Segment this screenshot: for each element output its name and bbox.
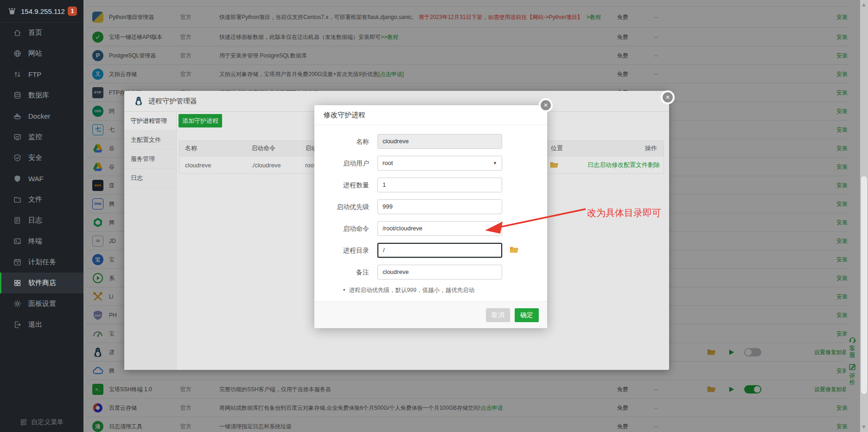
field-row-启动用户: 启动用户root▼ — [314, 156, 547, 171]
logs-icon — [13, 216, 21, 224]
daemon-action-删除[interactable]: 删除 — [648, 161, 660, 168]
dialog-close-button[interactable]: ✕ — [661, 90, 675, 104]
field-label: 备注 — [314, 265, 369, 280]
sidebar-item-日志[interactable]: 日志 — [0, 210, 83, 231]
daemon-action-启动[interactable]: 启动 — [600, 161, 612, 168]
bullet: • — [343, 287, 345, 293]
col-command: 启动命令 — [251, 144, 275, 152]
field-input-备注[interactable]: cloudreve — [377, 265, 502, 280]
ftp-icon — [13, 70, 21, 78]
field-row-进程数量: 进程数量1 — [314, 178, 547, 192]
field-input-启动命令[interactable]: /root/cloudreve — [377, 221, 502, 236]
confirm-button[interactable]: 确定 — [515, 308, 539, 322]
sidebar-item-安全[interactable]: 安全 — [0, 147, 83, 168]
logout-icon — [13, 321, 21, 329]
sidebar-item-数据库[interactable]: 数据库 — [0, 85, 83, 106]
sidebar-item-FTP[interactable]: FTP — [0, 64, 83, 85]
daemon-action-日志[interactable]: 日志 — [587, 161, 600, 168]
field-row-备注: 备注cloudreve — [314, 265, 547, 280]
field-label: 名称 — [314, 134, 369, 149]
sidebar-item-label: 网站 — [28, 49, 42, 58]
field-label: 进程目录 — [314, 243, 369, 258]
manager-tab-主配置文件[interactable]: 主配置文件 — [124, 131, 176, 150]
field-row-启动优先级: 启动优先级999 — [314, 199, 547, 214]
sidebar-item-WAF[interactable]: WAF — [0, 168, 83, 189]
field-label: 启动用户 — [314, 156, 369, 171]
field-input-进程目录[interactable]: / — [377, 243, 502, 258]
field-input-启动用户[interactable]: root▼ — [377, 156, 502, 171]
sidebar-item-label: FTP — [28, 70, 41, 78]
sidebar-item-首页[interactable]: 首页 — [0, 22, 83, 43]
priority-note: •进程启动优先级，默认999，值越小，越优先启动 — [343, 286, 547, 294]
sidebar-item-label: WAF — [28, 175, 44, 183]
field-label: 启动命令 — [314, 221, 369, 236]
sidebar-item-计划任务[interactable]: 计划任务 — [0, 252, 83, 273]
folder-icon[interactable] — [550, 161, 558, 168]
field-input-名称[interactable]: cloudreve — [377, 134, 502, 149]
sidebar-item-退出[interactable]: 退出 — [0, 314, 83, 335]
edit-modal-title: 修改守护进程 — [314, 105, 547, 125]
sidebar-item-终端[interactable]: 终端 — [0, 231, 83, 252]
field-input-进程数量[interactable]: 1 — [377, 178, 502, 192]
sidebar-item-label: 退出 — [28, 320, 42, 329]
sidebar-item-文件[interactable]: 文件 — [0, 189, 83, 210]
daemon-name: cloudreve — [185, 161, 211, 168]
chevron-down-icon: ▼ — [493, 156, 497, 170]
home-icon — [13, 29, 21, 37]
sidebar-item-label: 日志 — [28, 216, 42, 225]
field-label: 启动优先级 — [314, 199, 369, 214]
col-position: 位置 — [551, 144, 563, 152]
scroll-up-arrow[interactable] — [862, 3, 866, 6]
docker-icon — [13, 112, 21, 120]
modal-close-button[interactable]: ✕ — [539, 98, 553, 112]
notification-badge[interactable]: 1 — [68, 6, 77, 16]
sidebar-item-label: 计划任务 — [28, 258, 56, 267]
website-icon — [13, 50, 21, 57]
sidebar-item-label: 终端 — [28, 237, 42, 246]
custom-menu-icon — [20, 419, 27, 426]
manager-tab-日志[interactable]: 日志 — [124, 169, 176, 188]
security-icon — [13, 154, 21, 162]
sidebar-item-label: 数据库 — [28, 91, 49, 100]
field-row-启动命令: 启动命令/root/cloudreve — [314, 221, 547, 236]
browse-folder-button[interactable] — [510, 246, 518, 254]
scrollbar-thumb[interactable] — [861, 176, 867, 394]
daemon-command: ./cloudreve — [251, 161, 281, 168]
add-daemon-button[interactable]: 添加守护进程 — [179, 114, 222, 127]
sidebar-item-label: 监控 — [28, 133, 42, 141]
files-icon — [13, 196, 21, 203]
manager-tab-守护进程管理[interactable]: 守护进程管理 — [124, 112, 176, 131]
tux-icon — [134, 96, 144, 106]
sidebar-item-label: 文件 — [28, 195, 42, 204]
field-input-启动优先级[interactable]: 999 — [377, 199, 502, 214]
sidebar-item-label: 首页 — [28, 28, 42, 37]
sidebar-item-面板设置[interactable]: 面板设置 — [0, 293, 83, 314]
sidebar-header: 154.9.255.112 1 — [0, 0, 83, 23]
sidebar: 154.9.255.112 1 首页网站FTP数据库Docker监控安全WAF文… — [0, 0, 83, 432]
sidebar-item-label: 软件商店 — [28, 279, 56, 287]
edit-daemon-modal: 修改守护进程 名称cloudreve启动用户root▼进程数量1启动优先级999… — [314, 105, 547, 328]
sidebar-item-网站[interactable]: 网站 — [0, 43, 83, 64]
daemon-action-修改[interactable]: 修改 — [612, 161, 624, 168]
page-scrollbar[interactable] — [860, 0, 868, 432]
daemon-manager-title: 进程守护管理器 — [148, 97, 197, 106]
custom-menu-button[interactable]: 自定义菜单 — [0, 418, 83, 426]
custom-menu-label: 自定义菜单 — [31, 418, 64, 426]
terminal-icon — [13, 237, 21, 245]
sidebar-item-Docker[interactable]: Docker — [0, 106, 83, 127]
panel-logo-icon — [8, 7, 16, 15]
waf-icon — [13, 175, 21, 183]
cron-icon — [13, 258, 21, 266]
manager-tab-服务管理[interactable]: 服务管理 — [124, 150, 176, 169]
col-operation: 操作 — [645, 144, 657, 152]
cancel-button[interactable]: 取消 — [486, 308, 510, 322]
sidebar-item-监控[interactable]: 监控 — [0, 127, 83, 147]
scroll-down-arrow[interactable] — [862, 426, 866, 429]
field-label: 进程数量 — [314, 178, 369, 192]
modal-footer: 取消 确定 — [314, 301, 547, 328]
store-icon — [13, 279, 21, 287]
sidebar-item-软件商店[interactable]: 软件商店 — [0, 273, 83, 293]
sidebar-item-label: 安全 — [28, 153, 42, 162]
field-row-名称: 名称cloudreve — [314, 134, 547, 149]
field-row-进程目录: 进程目录/ — [314, 243, 547, 258]
